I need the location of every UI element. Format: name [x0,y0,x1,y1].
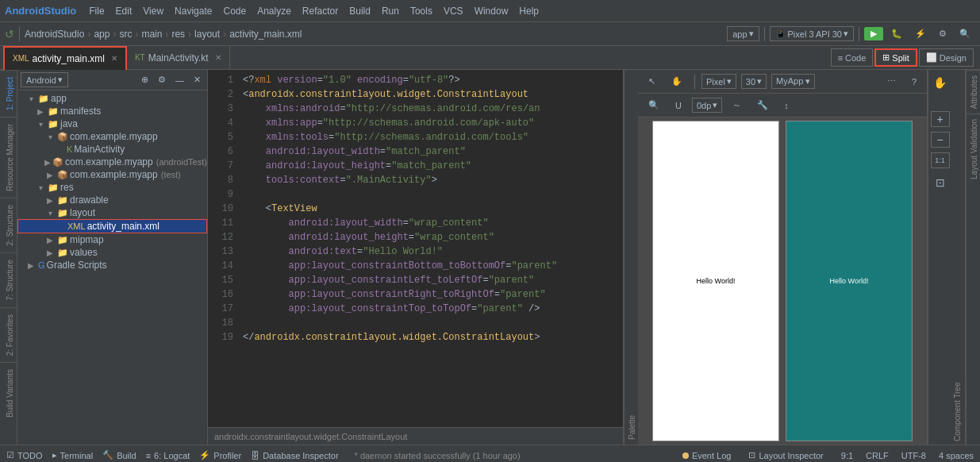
status-indent[interactable]: 4 spaces [939,449,974,462]
tree-toggle-mipmap[interactable]: ▶ [44,236,56,244]
tree-toggle-androidtest[interactable]: ▶ [44,158,51,167]
tree-item-mipmap[interactable]: ▶ 📁 mipmap [17,233,207,246]
menu-view[interactable]: View [138,4,168,18]
tree-item-layout[interactable]: ▾ 📁 layout [17,206,207,219]
design-u-btn[interactable]: U [670,98,687,113]
layout-validation-label[interactable]: Layout Validation [967,114,980,184]
tree-item-androidtest[interactable]: ▶ 📦 com.example.myapp (androidTest) [17,156,207,168]
settings-button[interactable]: ⚙ [934,27,951,40]
tree-toggle-app[interactable]: ▾ [25,94,37,103]
design-magnet-btn[interactable]: 🔍 [643,98,665,113]
menu-file[interactable]: File [84,4,109,18]
code-content[interactable]: 12345 678910 1112131415 16171819 <?xml v… [208,70,623,427]
android-dropdown[interactable]: Android ▾ [21,72,68,87]
sidebar-close-btn[interactable]: ✕ [190,74,204,86]
tree-toggle-drawable[interactable]: ▶ [44,196,56,205]
component-tree-label[interactable]: Component Tree [951,70,966,445]
menu-run[interactable]: Run [377,4,404,18]
breadcrumb-src[interactable]: src [119,29,132,40]
left-tab-structure-7[interactable]: 7: Structure [0,252,17,307]
breadcrumb-res[interactable]: res [171,29,185,40]
breadcrumb-androidstudio[interactable]: AndroidStudio [25,29,84,40]
tree-toggle-gradle[interactable]: ▶ [25,261,37,270]
left-tab-build-variants[interactable]: Build Variants [0,362,17,424]
breadcrumb-app[interactable]: app [94,29,110,40]
tree-toggle-com-example[interactable]: ▾ [44,133,56,141]
tree-toggle-manifests[interactable]: ▶ [35,107,46,116]
zoom-ratio-btn[interactable]: 1:1 [931,152,950,168]
menu-navigate[interactable]: Navigate [170,4,217,18]
menu-analyze[interactable]: Analyze [252,4,296,18]
tab-close-activity-main[interactable]: ✕ [111,54,117,63]
tree-item-activity-main[interactable]: XML activity_main.xml [17,219,207,233]
status-crlf[interactable]: CRLF [866,449,889,462]
status-build[interactable]: 🔨 Build [102,450,136,460]
tree-toggle-values[interactable]: ▶ [44,248,56,257]
tab-mainactivity[interactable]: KT MainActivity.kt ✕ [127,46,230,70]
tree-item-com-example[interactable]: ▾ 📦 com.example.myapp [17,130,207,143]
tab-close-mainactivity[interactable]: ✕ [215,53,221,62]
help-btn[interactable]: ? [906,75,922,89]
tree-item-test[interactable]: ▶ 📦 com.example.myapp (test) [17,168,207,181]
fit-screen-btn[interactable]: ⊡ [931,173,950,192]
tree-item-values[interactable]: ▶ 📁 values [17,246,207,259]
layout-inspector-item[interactable]: ⊡ Layout Inspector [744,449,828,462]
attributes-label[interactable]: Attributes [967,70,980,114]
search-button[interactable]: 🔍 [955,27,975,40]
palette-label[interactable]: Palette [624,70,638,445]
sync-icon[interactable]: ↺ [5,28,14,40]
run-config-dropdown[interactable]: app ▾ [727,26,759,41]
hand-tool-btn[interactable]: ✋ [931,73,950,92]
status-charset[interactable]: UTF-8 [901,449,926,462]
profile-button[interactable]: ⚡ [910,27,931,40]
menu-help[interactable]: Help [514,4,544,18]
left-tab-favorites[interactable]: 2: Favorites [0,307,17,362]
menu-tools[interactable]: Tools [405,4,437,18]
api-dropdown[interactable]: 30 ▾ [741,74,767,89]
menu-vcs[interactable]: VCS [439,4,468,18]
tree-item-manifests[interactable]: ▶ 📁 manifests [17,105,207,117]
margin-dropdown[interactable]: 0dp ▾ [692,98,722,113]
design-wave-btn[interactable]: ～ [727,97,747,114]
menu-code[interactable]: Code [218,4,251,18]
tree-toggle-test[interactable]: ▶ [44,171,56,179]
left-tab-project[interactable]: 1: Project [0,70,17,117]
design-arrow-btn[interactable]: ↕ [778,98,794,113]
status-logcat[interactable]: ≡ 6: Logcat [146,451,190,460]
tree-item-gradle[interactable]: ▶ G Gradle Scripts [17,259,207,271]
device-dropdown[interactable]: 📱 Pixel 3 API 30 ▾ [770,26,855,41]
menu-window[interactable]: Window [470,4,513,18]
pixel-dropdown[interactable]: Pixel ▾ [701,74,736,89]
menu-refactor[interactable]: Refactor [298,4,343,18]
design-wrench-btn[interactable]: 🔧 [751,98,774,113]
tree-toggle-layout[interactable]: ▾ [44,209,56,218]
event-log-item[interactable]: Event Log [682,449,732,462]
status-terminal[interactable]: ▸ Terminal [52,450,94,460]
tree-toggle-res[interactable]: ▾ [35,183,46,192]
more-options-btn[interactable]: ⋯ [882,74,901,89]
status-profiler[interactable]: ⚡ Profiler [199,450,241,460]
status-db-inspector[interactable]: 🗄 Database Inspector [251,451,338,460]
left-tab-structure[interactable]: 2: Structure [0,198,17,252]
tree-toggle-java[interactable]: ▾ [35,120,46,129]
sidebar-collapse-btn[interactable]: — [172,75,187,86]
zoom-out-btn[interactable]: − [931,132,950,148]
tree-item-mainactivity[interactable]: K MainActivity [17,143,207,156]
breadcrumb-main[interactable]: main [141,29,162,40]
tree-item-drawable[interactable]: ▶ 📁 drawable [17,194,207,206]
breadcrumb-layout[interactable]: layout [194,29,220,40]
tree-item-app[interactable]: ▾ 📁 app [17,92,207,105]
tab-activity-main[interactable]: XML activity_main.xml ✕ [3,46,127,70]
tree-item-java[interactable]: ▾ 📁 java [17,117,207,130]
menu-edit[interactable]: Edit [111,4,137,18]
tree-item-res[interactable]: ▾ 📁 res [17,181,207,194]
sidebar-settings-btn[interactable]: ⚙ [155,74,169,86]
design-pan-btn[interactable]: ✋ [666,74,688,89]
app-theme-dropdown[interactable]: MyApp ▾ [771,74,815,89]
code-view-button[interactable]: ≡ Code [831,48,874,67]
split-view-button[interactable]: ⊞ Split [874,48,917,67]
design-view-button[interactable]: ⬜ Design [919,48,974,67]
status-todo[interactable]: ☑ TODO [6,450,43,460]
run-button[interactable]: ▶ [864,27,883,40]
design-cursor-btn[interactable]: ↖ [643,74,661,89]
